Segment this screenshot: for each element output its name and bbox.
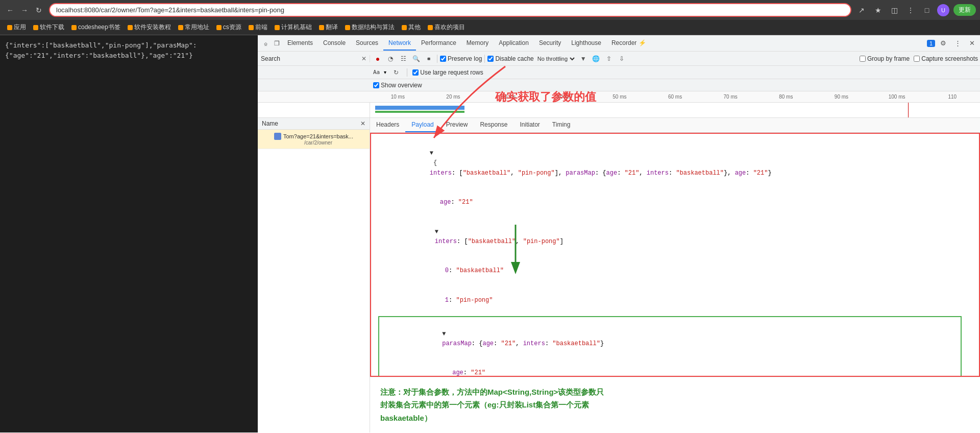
preserve-log-text: Preserve log [448, 55, 482, 62]
common-dot-icon [178, 25, 183, 30]
timeline-30ms: 30 ms [481, 94, 536, 100]
devtools-settings-button[interactable]: ⚙ [937, 37, 949, 50]
tab-headers[interactable]: Headers [370, 118, 405, 132]
use-large-rows-checkbox[interactable] [412, 69, 419, 76]
bookmark-favorites[interactable]: 喜欢的项目 [425, 22, 468, 33]
timeline-40ms: 40 ms [536, 94, 592, 100]
filter-button[interactable]: ☷ [398, 53, 409, 64]
bookmark-translate[interactable]: 翻译 [316, 22, 341, 33]
favorites-dot-icon [428, 25, 433, 30]
capture-screenshots-checkbox[interactable] [914, 56, 920, 62]
bookmark-cs[interactable]: cs资源 [213, 22, 244, 33]
group-by-frame-label[interactable]: Group by frame [860, 55, 910, 62]
throttle-select[interactable]: No throttling [535, 55, 576, 62]
import-button[interactable]: ⇧ [603, 53, 615, 64]
request-list-item[interactable]: Tom?age=21&inters=bask... /car/2/owner [258, 130, 370, 149]
show-overview-checkbox[interactable] [373, 82, 379, 88]
cast-button[interactable]: ↗ [855, 4, 868, 16]
back-button[interactable]: ← [4, 4, 16, 16]
forward-button[interactable]: → [18, 4, 31, 16]
bookmark-software[interactable]: 软件下载 [30, 22, 67, 33]
bookmark-frontend[interactable]: 前端 [246, 22, 271, 33]
menu-button[interactable]: ⋮ [904, 4, 917, 16]
blocked-button[interactable]: ■ [423, 53, 434, 64]
window-controls[interactable]: □ [921, 4, 933, 16]
apps-dot-icon [7, 25, 12, 30]
json-inters-0: 0: "baskaetball" [378, 256, 972, 286]
response-tabs: Headers Payload Preview Response Initiat… [370, 118, 980, 133]
timeline-110ms: 110 [924, 94, 980, 100]
address-bar[interactable] [49, 3, 851, 17]
reload-button[interactable]: ↻ [33, 4, 45, 16]
timeline-80ms: 80 ms [758, 94, 814, 100]
font-toggle[interactable]: ▾ [384, 69, 386, 75]
undock-button[interactable]: ❐ [271, 38, 282, 49]
devtools-tabs: ⎒ ❐ Elements Console Sources Network Per… [258, 35, 980, 52]
tab-security[interactable]: Security [534, 36, 566, 51]
bookmark-apps[interactable]: 应用 [4, 22, 29, 33]
collapse-arrow-inters[interactable]: ▼ [435, 228, 438, 235]
bookmark-button[interactable]: ★ [872, 4, 884, 16]
translate-dot-icon [319, 25, 324, 30]
search-requests-button[interactable]: 🔍 [410, 53, 422, 64]
bookmark-algo[interactable]: 数据结构与算法 [342, 22, 398, 33]
browser-actions: ↗ ★ ◫ ⋮ □ U 更新 [855, 4, 976, 16]
record-button[interactable]: ● [372, 53, 383, 64]
disable-cache-label[interactable]: Disable cache [487, 55, 533, 62]
tab-preview[interactable]: Preview [440, 118, 474, 132]
timeline-60ms: 60 ms [647, 94, 703, 100]
timeline-50ms: 50 ms [592, 94, 648, 100]
capture-screenshots-label[interactable]: Capture screenshots [914, 55, 978, 62]
json-age-line: age: "21" [378, 188, 972, 218]
tab-network[interactable]: Network [383, 36, 416, 51]
disable-cache-checkbox[interactable] [487, 56, 494, 62]
request-path: /car/2/owner [295, 140, 332, 146]
extensions-button[interactable]: ◫ [888, 4, 900, 16]
tab-performance[interactable]: Performance [416, 36, 461, 51]
tab-initiator[interactable]: Initiator [513, 118, 546, 132]
tab-recorder[interactable]: Recorder ⚡ [606, 36, 651, 51]
json-parasmap-age: age: "21" [383, 358, 957, 376]
timeline-red-marker [908, 103, 909, 117]
update-button[interactable]: 更新 [953, 4, 976, 16]
bookmark-common[interactable]: 常用地址 [175, 22, 212, 33]
tab-application[interactable]: Application [494, 36, 534, 51]
online-button[interactable]: 🌐 [591, 53, 602, 64]
bookmark-other[interactable]: 其他 [399, 22, 424, 33]
dock-button[interactable]: ⎒ [260, 38, 271, 49]
devtools-more-button[interactable]: ⋮ [951, 37, 964, 50]
collapse-arrow-parasmap[interactable]: ▼ [442, 330, 446, 338]
refresh-results-button[interactable]: ↻ [390, 67, 402, 78]
search-close-button[interactable]: ✕ [361, 55, 366, 62]
group-by-frame-checkbox[interactable] [860, 56, 866, 62]
bookmarks-bar: 应用 软件下载 codesheep书签 软件安装教程 常用地址 cs资源 [0, 20, 980, 35]
preserve-log-label[interactable]: Preserve log [440, 55, 482, 62]
collapse-arrow-1[interactable]: ▼ [430, 150, 433, 157]
use-large-rows-label[interactable]: Use large request rows [412, 69, 483, 76]
bookmark-codesheep[interactable]: codesheep书签 [68, 22, 124, 33]
export-button[interactable]: ⇩ [616, 53, 627, 64]
json-line-1: ▼ { inters: ["baskaetball", "pin-pong"],… [378, 139, 972, 188]
clear-button[interactable]: ◔ [385, 53, 396, 64]
tab-lighthouse[interactable]: Lighthouse [566, 36, 606, 51]
show-overview-label[interactable]: Show overview [373, 82, 422, 89]
address-bar-container [49, 3, 851, 17]
timeline-20ms: 20 ms [426, 94, 481, 100]
tab-payload[interactable]: Payload [405, 118, 439, 132]
tab-console[interactable]: Console [318, 36, 351, 51]
left-panel: {"inters":["baskaetball","pin-pong"],"pa… [0, 35, 258, 432]
timeline-100ms: 100 ms [869, 94, 925, 100]
throttle-dropdown[interactable]: ▼ [578, 53, 589, 64]
bookmark-cs-basics[interactable]: 计算机基础 [272, 22, 315, 33]
tab-elements[interactable]: Elements [282, 36, 318, 51]
devtools-close-button[interactable]: ✕ [966, 37, 978, 50]
tab-response[interactable]: Response [474, 118, 513, 132]
tab-memory[interactable]: Memory [461, 36, 494, 51]
preserve-log-checkbox[interactable] [440, 56, 446, 62]
tab-sources[interactable]: Sources [351, 36, 383, 51]
close-name-panel[interactable]: ✕ [360, 120, 365, 127]
tab-timing[interactable]: Timing [546, 118, 577, 132]
bookmark-install[interactable]: 软件安装教程 [125, 22, 174, 33]
browser-toolbar: ← → ↻ ↗ ★ ◫ ⋮ □ U 更新 [0, 0, 980, 20]
json-output: {"inters":["baskaetball","pin-pong"],"pa… [5, 40, 253, 60]
